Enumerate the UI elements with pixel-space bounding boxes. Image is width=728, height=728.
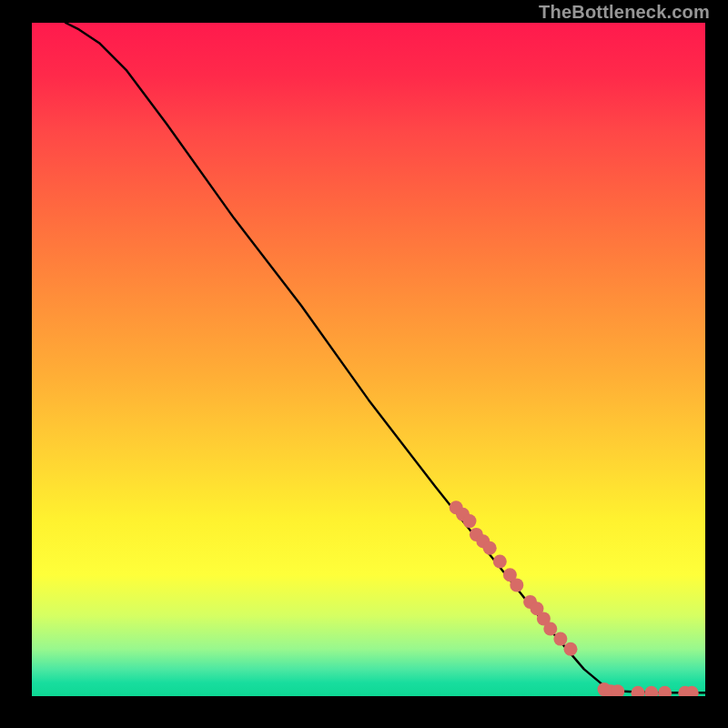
highlight-dot [658,686,672,696]
highlight-dot [510,578,523,592]
highlight-dot [463,514,477,528]
highlight-dot [553,632,567,646]
highlight-dot [493,555,507,569]
highlight-dot [483,541,497,555]
chart-frame: TheBottleneck.com [0,0,728,728]
curve-line [66,23,705,693]
highlight-dot [564,642,578,656]
highlight-dot [644,686,658,696]
highlight-dot [543,622,557,636]
highlight-dot [632,686,645,696]
highlight-dots-group [450,500,699,696]
chart-overlay [32,23,705,696]
watermark-text: TheBottleneck.com [539,2,710,23]
